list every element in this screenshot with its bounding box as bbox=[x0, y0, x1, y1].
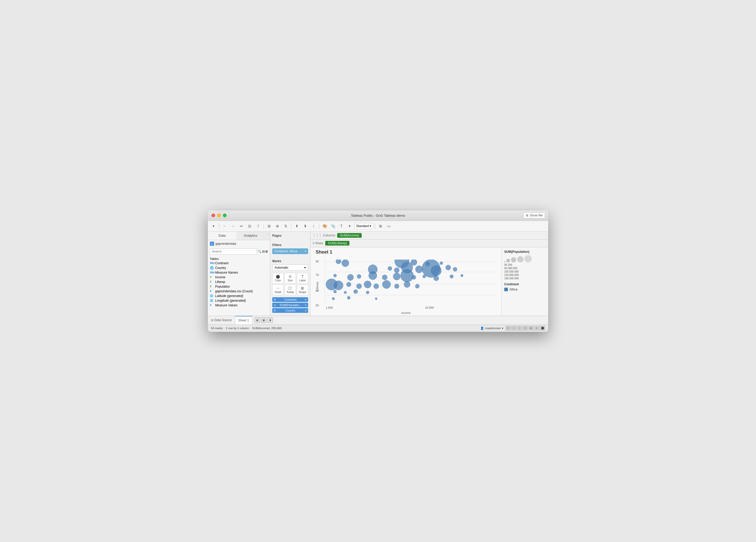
text-btn[interactable]: T bbox=[338, 223, 345, 229]
minimize-button[interactable] bbox=[217, 214, 221, 217]
bubble[interactable] bbox=[412, 275, 416, 279]
filter-continent[interactable]: Continent: Africa ▾ bbox=[272, 248, 308, 254]
mark-field-continent[interactable]: ⊞ Continent ≡ bbox=[272, 297, 308, 302]
field-measure-names[interactable]: Abc Measure Names bbox=[208, 270, 270, 275]
clip-btn[interactable]: 📎 bbox=[329, 223, 337, 229]
sheet-grid-btn[interactable]: ⊞ bbox=[261, 317, 267, 323]
bubble[interactable] bbox=[374, 283, 379, 289]
bubble[interactable] bbox=[344, 291, 347, 294]
fit-dropdown[interactable]: Standard ▾ bbox=[354, 223, 373, 229]
present-btn[interactable]: ▭ bbox=[385, 223, 393, 229]
datasource-item[interactable]: g gapminderdata bbox=[210, 242, 236, 246]
bubble[interactable] bbox=[346, 282, 351, 287]
nav-next[interactable]: ⟩ bbox=[517, 326, 522, 331]
bubble[interactable] bbox=[332, 297, 335, 300]
view-film[interactable]: ⬛ bbox=[540, 326, 545, 331]
connect-data[interactable]: ⊕ bbox=[274, 223, 281, 229]
tab-sheet1[interactable]: Sheet 1 bbox=[235, 316, 252, 325]
bubble[interactable] bbox=[369, 271, 377, 280]
bubble[interactable] bbox=[415, 266, 423, 273]
field-measure-values[interactable]: # Measure Values bbox=[208, 303, 270, 308]
bubble[interactable] bbox=[388, 266, 392, 270]
mark-size-btn[interactable]: ⊙ Size bbox=[284, 273, 296, 283]
new-datasource[interactable]: ⊞ bbox=[266, 223, 273, 229]
show-me-button[interactable]: ⊞ Show Me bbox=[523, 213, 545, 218]
bubble[interactable] bbox=[382, 280, 391, 288]
maximize-button[interactable] bbox=[223, 214, 227, 217]
bubble[interactable] bbox=[404, 281, 410, 287]
forward-button[interactable]: → bbox=[229, 223, 237, 229]
bubble[interactable] bbox=[382, 275, 387, 280]
field-latitude[interactable]: 🌐 Latitude (generated) bbox=[208, 294, 270, 298]
tab-data-source[interactable]: ⊟ Data Source bbox=[208, 316, 235, 325]
rows-pill[interactable]: SUM(Lifeexp) bbox=[325, 241, 349, 246]
search-icon[interactable]: 🔍 bbox=[258, 250, 262, 253]
view-list[interactable]: ≡ bbox=[534, 326, 539, 331]
tableau-logo[interactable]: ✦ bbox=[210, 223, 217, 229]
bubble[interactable] bbox=[375, 298, 377, 300]
mark-field-population[interactable]: ◎ SUM(Populatio... ≡ bbox=[272, 303, 308, 307]
filter-icon[interactable]: ⊟ bbox=[262, 250, 265, 253]
bubble[interactable] bbox=[453, 267, 457, 271]
field-population[interactable]: # Population bbox=[208, 284, 270, 289]
bubble[interactable] bbox=[423, 275, 426, 278]
bubble[interactable] bbox=[336, 260, 341, 264]
nav-last[interactable]: ⟩⟩ bbox=[523, 326, 528, 331]
marks-type-dropdown[interactable]: Automatic ▾ bbox=[272, 265, 308, 271]
back-button[interactable]: ← bbox=[221, 223, 228, 229]
mark-tooltip-btn[interactable]: ☐ Tooltip bbox=[284, 285, 296, 295]
bubble[interactable] bbox=[440, 261, 443, 265]
mark-detail-btn[interactable]: ⋯ Detail bbox=[272, 285, 283, 295]
sheet-add-btn[interactable]: ⊕ bbox=[254, 317, 260, 323]
field-csv-count[interactable]: # gapminderdata.csv (Count) bbox=[208, 289, 270, 294]
bubble[interactable] bbox=[393, 273, 400, 280]
field-continent[interactable]: Abc Continent bbox=[208, 261, 270, 266]
bubble[interactable] bbox=[356, 283, 362, 289]
field-income[interactable]: # Income bbox=[208, 275, 270, 280]
search-input[interactable] bbox=[210, 248, 257, 255]
bubble[interactable] bbox=[342, 260, 349, 267]
bubble[interactable] bbox=[347, 296, 350, 299]
bubble[interactable] bbox=[334, 290, 337, 293]
legend-africa[interactable]: Africa bbox=[504, 288, 546, 291]
star-btn[interactable]: ✦ bbox=[346, 223, 353, 229]
publish-button[interactable]: ⤴ bbox=[254, 223, 262, 229]
tab-analytics[interactable]: Analytics bbox=[236, 232, 265, 240]
panel-close[interactable]: 〈 bbox=[265, 232, 270, 237]
bubble[interactable] bbox=[334, 281, 343, 290]
bubble[interactable] bbox=[394, 268, 399, 273]
bubble[interactable] bbox=[366, 291, 369, 294]
mark-field-country[interactable]: ⊞ Country ≡ bbox=[272, 308, 308, 313]
tab-data[interactable]: Data bbox=[208, 232, 236, 240]
swap-btn[interactable]: ⇅ bbox=[282, 223, 289, 229]
nav-first[interactable]: ⟨⟨ bbox=[506, 326, 511, 331]
bubble[interactable] bbox=[357, 274, 361, 278]
grid-view[interactable]: ⊞ bbox=[377, 223, 384, 229]
nav-prev[interactable]: ⟨ bbox=[511, 326, 516, 331]
bubble[interactable] bbox=[461, 274, 463, 277]
field-country[interactable]: 🌐 Country bbox=[208, 266, 270, 270]
bubble[interactable] bbox=[431, 265, 441, 276]
bubble[interactable] bbox=[434, 275, 439, 281]
view-icon[interactable]: ⊞ bbox=[265, 250, 268, 253]
sort-asc[interactable]: ⬆ bbox=[293, 223, 301, 229]
group[interactable]: ↕ bbox=[310, 223, 317, 229]
bubble[interactable] bbox=[401, 269, 414, 282]
close-button[interactable] bbox=[211, 214, 215, 217]
view-grid[interactable]: ⊞ bbox=[528, 326, 534, 331]
field-longitude[interactable]: 🌐 Longitude (generated) bbox=[208, 298, 270, 303]
columns-pill[interactable]: SUM(Income) bbox=[337, 233, 362, 238]
mark-shape-btn[interactable]: ⊞ Shape bbox=[297, 285, 308, 295]
user-info[interactable]: 👤 maartenzam ▾ bbox=[480, 327, 503, 330]
sort-desc[interactable]: ⬇ bbox=[302, 223, 309, 229]
history-button[interactable]: ⇌ bbox=[238, 223, 245, 229]
save-button[interactable]: ⊟ bbox=[246, 223, 253, 229]
mark-color-btn[interactable]: ⬤ Color bbox=[272, 273, 283, 283]
bubble[interactable] bbox=[446, 265, 451, 270]
sheet-down-btn[interactable]: ⬇ bbox=[267, 317, 273, 323]
bubble[interactable] bbox=[394, 284, 399, 288]
bubble[interactable] bbox=[450, 274, 453, 278]
bubble[interactable] bbox=[334, 274, 337, 277]
field-lifeexp[interactable]: # Lifeexp bbox=[208, 280, 270, 284]
bubble[interactable] bbox=[354, 289, 358, 294]
